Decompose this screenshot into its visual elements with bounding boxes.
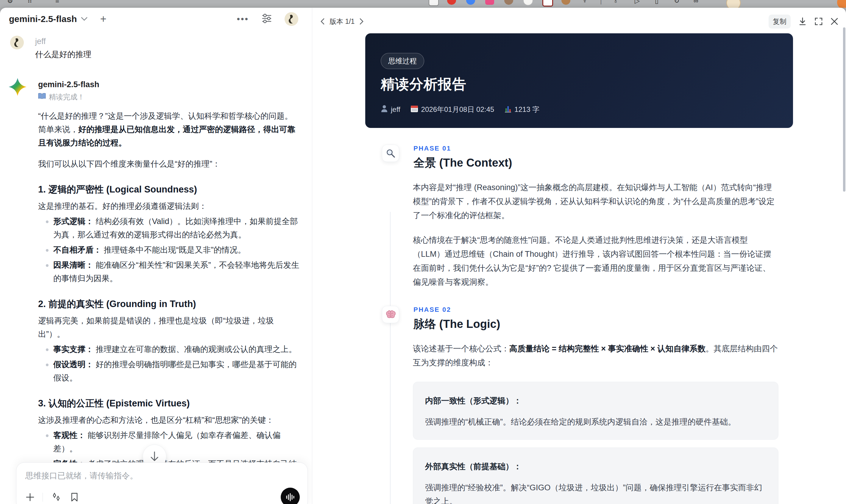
assistant-status: 精读完成！: [49, 92, 85, 102]
phase-tag: PHASE 01: [413, 145, 512, 152]
chat-scroll-area[interactable]: jeff 什么是好的推理: [0, 30, 312, 504]
list-item: 不自相矛盾： 推理链条中不能出现“既是又非”的情况。: [38, 244, 300, 257]
user-status-avatar[interactable]: [726, 0, 741, 8]
section-lead-3: 这涉及推理者的心态和方法论，也是区分“杠精”和“思想家”的关键：: [38, 414, 300, 427]
divider-icon: |: [600, 0, 602, 5]
person-icon: [381, 105, 388, 114]
phase-1-paragraph-1: 本内容是对“推理 (Reasoning)”这一抽象概念的高层建模。在知识爆炸与人…: [413, 181, 778, 222]
magnifier-icon: [382, 145, 399, 162]
bar-chart-icon: [504, 105, 511, 114]
section-heading-3: 3. 认知的公正性 (Epistemic Virtues): [38, 397, 300, 410]
report: 思维过程 精读分析报告 jeff: [365, 33, 793, 504]
section-heading-2: 2. 前提的真实性 (Grounding in Truth): [38, 297, 300, 311]
model-selector[interactable]: gemini-2.5-flash: [9, 14, 77, 24]
section-heading-1: 1. 逻辑的严密性 (Logical Soundness): [38, 183, 300, 196]
bullet-term: 假设透明：: [53, 360, 93, 369]
assistant-rich-text: “什么是好的推理？”这是一个涉及逻辑学、认知科学和哲学核心的问题。简单来说，好的…: [38, 109, 300, 504]
section-lead-1: 这是推理的基石。好的推理必须遵循逻辑法则：: [38, 200, 300, 213]
status-badge: 思维过程: [381, 53, 424, 69]
bookmark-icon[interactable]: [70, 492, 78, 502]
list-item: 事实支撑： 推理建立在可靠的数据、准确的观测或公认的真理之上。: [38, 343, 300, 356]
detail-panel: 版本 1/1 复制: [312, 8, 846, 504]
grid-icon[interactable]: ⠿: [28, 0, 32, 5]
chat-header: gemini-2.5-flash + •••: [0, 8, 312, 30]
copy-button[interactable]: 复制: [769, 15, 791, 29]
sparkle-tools-icon[interactable]: [51, 492, 63, 502]
close-icon[interactable]: [830, 18, 838, 25]
bullet-icon: [46, 220, 49, 223]
user-message: jeff 什么是好的推理: [10, 36, 300, 60]
pink-app-icon[interactable]: [485, 0, 494, 5]
phase-1-paragraph-2: 核心情境在于解决“思考的随意性”问题。不论是人类通过批判性思维进行决策，还是大语…: [413, 233, 778, 289]
status-icon-1[interactable]: ♆: [582, 0, 587, 5]
expand-icon[interactable]: [814, 17, 823, 25]
composer: 思维接口已就绪，请传输指令。: [16, 462, 308, 504]
section-lead-2: 逻辑再完美，如果前提是错误的，推理也是垃圾（即“垃圾进，垃圾出”）。: [38, 314, 300, 341]
user-avatar[interactable]: [285, 12, 298, 26]
dimension-card-2: 外部真实性（前提基础）： 强调推理的“经验校准”。解决“GIGO（垃圾进，垃圾出…: [413, 448, 778, 504]
white-app-icon[interactable]: [523, 0, 533, 5]
calendar-icon: [410, 105, 418, 114]
bullet-term: 事实支撑：: [53, 345, 93, 354]
gear-icon[interactable]: ⚙: [7, 0, 13, 5]
chevron-down-icon[interactable]: [81, 15, 88, 23]
bullet-icon: [46, 249, 49, 252]
prev-version-icon[interactable]: [320, 18, 325, 25]
menu-icon[interactable]: ≡: [55, 0, 59, 5]
detail-toolbar: 版本 1/1 复制: [312, 15, 846, 28]
report-word-count: 1213 字: [514, 105, 540, 114]
status-icon-2[interactable]: ♁: [613, 0, 618, 5]
edge-avatar[interactable]: [837, 0, 846, 8]
sync-icon[interactable]: ↻: [674, 0, 679, 5]
list-item: 因果清晰： 能准确区分“相关性”和“因果关系”，不会轻率地将先后发生的事情归为因…: [38, 258, 300, 285]
blue-app-icon[interactable]: [466, 0, 475, 5]
new-chat-button[interactable]: +: [100, 14, 106, 24]
bullet-icon: [46, 348, 49, 351]
assistant-message: gemini-2.5-flash 精读完成！ “什么是好的推理？”这是一个涉及逻…: [10, 79, 300, 504]
phase-tag: PHASE 02: [413, 306, 500, 313]
phase-title: 脉络 (The Logic): [413, 317, 500, 332]
system-menubar: ⚙ ⠿ ≡ ♆ | ♁ ▷ ▯ ↻ ∞: [0, 0, 846, 8]
composer-input[interactable]: 思维接口已就绪，请传输指令。: [25, 470, 299, 481]
download-icon[interactable]: [798, 17, 807, 26]
mask-app-icon[interactable]: [429, 0, 439, 6]
page-title: 精读分析报告: [381, 75, 466, 94]
card-body: 强调推理的“机械正确”。结论必须在给定的规则系统内逻辑自洽，这是推理的硬件基础。: [425, 415, 766, 429]
phone-icon[interactable]: ▯: [655, 0, 658, 5]
add-attachment-icon[interactable]: [25, 492, 35, 502]
phase-section-1: PHASE 01 全景 (The Context): [365, 145, 793, 170]
phase-2-formula: 该论述基于一个核心公式：高质量结论 = 结构完整性 × 事实准确性 × 认知自律…: [413, 342, 778, 370]
voice-input-button[interactable]: [281, 488, 300, 504]
phase-1-body: 本内容是对“推理 (Reasoning)”这一抽象概念的高层建模。在知识爆炸与人…: [413, 181, 778, 289]
next-version-icon[interactable]: [359, 18, 364, 25]
tan-app-icon[interactable]: [561, 0, 570, 5]
card-body: 强调推理的“经验校准”。解决“GIGO（垃圾进，垃圾出）”问题，确保推理引擎运行…: [425, 481, 766, 504]
play-icon[interactable]: ▷: [635, 0, 640, 5]
list-item: 客观性： 能够识别并尽量排除个人偏见（如幸存者偏差、确认偏差）。: [38, 429, 300, 455]
brown-app-icon[interactable]: [504, 0, 513, 5]
calendar-app-icon[interactable]: [542, 0, 553, 6]
message-author: jeff: [35, 37, 300, 46]
infinity-icon[interactable]: ∞: [693, 0, 698, 5]
bullet-text: 推理链条中不能出现“既是又非”的情况。: [104, 246, 246, 254]
user-avatar: [10, 36, 24, 49]
gemini-logo-icon: [10, 79, 27, 504]
app-window: gemini-2.5-flash + •••: [0, 8, 846, 504]
scrollbar-thumb[interactable]: [843, 28, 845, 192]
red-app-icon[interactable]: [447, 0, 456, 5]
list-item: 形式逻辑： 结构必须有效（Valid）。比如演绎推理中，如果前提全部为真，那么通…: [38, 215, 300, 241]
report-author: jeff: [391, 105, 400, 114]
phase-section-2: PHASE 02 脉络 (The Logic): [365, 306, 793, 332]
phase-timeline-line: [390, 212, 391, 504]
formula-bold: 高质量结论 = 结构完整性 × 事实准确性 × 认知自律系数: [509, 344, 705, 353]
book-icon: [38, 93, 46, 101]
tune-sliders-icon[interactable]: [261, 13, 273, 25]
bullet-term: 不自相矛盾：: [53, 246, 102, 254]
card-title: 外部真实性（前提基础）：: [425, 460, 766, 474]
dimension-card-1: 内部一致性（形式逻辑）： 强调推理的“机械正确”。结论必须在给定的规则系统内逻辑…: [413, 382, 778, 440]
more-options-icon[interactable]: •••: [237, 14, 249, 24]
chat-panel: gemini-2.5-flash + •••: [0, 8, 312, 504]
card-title: 内部一致性（形式逻辑）：: [425, 394, 766, 408]
formula-pre: 该论述基于一个核心公式：: [413, 344, 509, 353]
phase-title: 全景 (The Context): [413, 155, 512, 170]
